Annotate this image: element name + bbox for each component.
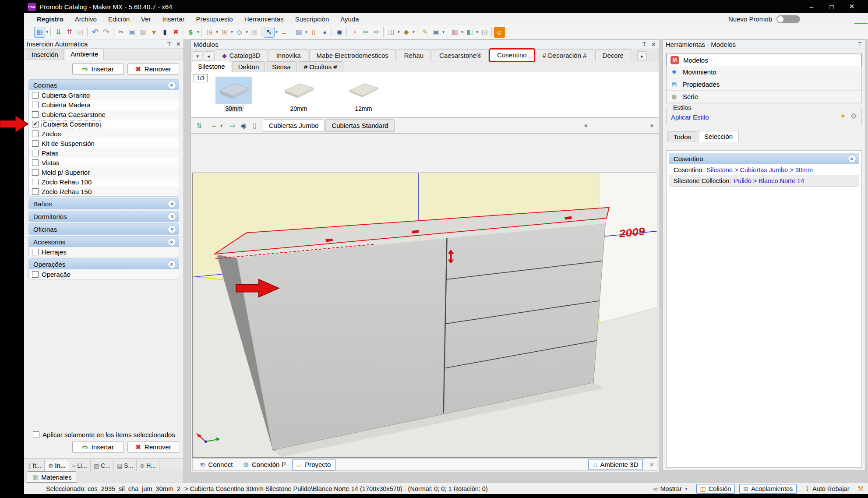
auto-rebajar-button[interactable]: ↧ Auto Rebajar <box>801 484 853 493</box>
tab-strip-menu-icon[interactable]: ▾ <box>193 51 202 61</box>
line-dropdown-icon[interactable]: ▾ <box>219 124 223 128</box>
cut-icon[interactable]: ✂ <box>116 27 127 38</box>
save-icon[interactable]: ▦ <box>34 27 45 38</box>
tab-caesarstone[interactable]: Caesarstone® <box>432 49 489 61</box>
tab-conexion-p[interactable]: ⊕Conexión P <box>239 459 290 470</box>
tab-dekton[interactable]: Dekton <box>232 61 265 72</box>
section-accesorios-header[interactable]: Accesorios « <box>29 237 179 247</box>
maximize-button[interactable]: □ <box>822 0 842 13</box>
minitab-it[interactable]: ∥It... <box>25 460 45 471</box>
checkbox-checked[interactable]: ✔ <box>32 121 39 127</box>
apply-only-selected-row[interactable]: Aplicar solamente en los items seleccion… <box>24 429 183 440</box>
nav-back-icon[interactable]: ⇦ <box>360 27 371 38</box>
camera-icon[interactable]: ▣ <box>430 27 441 38</box>
expand-icon[interactable]: « <box>168 200 176 208</box>
tab-ambiente[interactable]: Ambiente <box>65 49 104 60</box>
tab-catalog3d[interactable]: ◆Catalog3D <box>215 49 268 61</box>
checkbox[interactable] <box>32 131 39 137</box>
eye-icon[interactable]: ◉ <box>334 27 345 38</box>
tab-ambiente-3d[interactable]: ⌂Ambiente 3D <box>588 459 643 470</box>
view-3d-dropdown-icon[interactable]: ▾ <box>412 30 416 34</box>
camera-dropdown-icon[interactable]: ▾ <box>441 30 445 34</box>
item-cubierta-madera[interactable]: Cubierta Madera <box>29 100 179 109</box>
viewport-3d[interactable]: 2009 <box>192 173 657 458</box>
tab-innovika[interactable]: Innovika <box>269 49 308 61</box>
colision-button[interactable]: ◫ Colisión <box>696 484 735 494</box>
tab-cosentino[interactable]: Cosentino <box>490 49 534 61</box>
tab-ocultos[interactable]: # Ocultos # <box>298 61 343 72</box>
menu-ayuda[interactable]: Ayuda <box>335 13 364 25</box>
collapse-icon[interactable]: « <box>848 155 856 163</box>
hammer-icon[interactable]: ▼ <box>148 27 159 38</box>
paste-icon[interactable]: ▥ <box>138 27 148 38</box>
tab-decore[interactable]: Decore <box>595 49 631 61</box>
report-dropdown-icon[interactable]: ▾ <box>460 30 464 34</box>
item-cubierta-cosentino[interactable]: ✔Cubierta Cosentino <box>29 119 179 129</box>
checkbox[interactable] <box>32 188 39 195</box>
thumbnail-30mm[interactable]: 30mm <box>215 77 253 112</box>
thumbnail-12mm[interactable]: 12mm <box>345 77 382 112</box>
print-icon[interactable]: ▤ <box>75 27 86 38</box>
remover-button-top[interactable]: ✖ Remover <box>127 63 179 75</box>
nuevo-promob-toggle[interactable] <box>776 15 800 23</box>
mostrar-button[interactable]: ∞ Mostrar ▾ <box>649 484 692 493</box>
modules-lock-icon[interactable]: ▯ <box>249 120 260 131</box>
budget-dropdown-icon[interactable]: ▾ <box>196 30 200 34</box>
tab-connect[interactable]: ≋Connect <box>195 459 237 470</box>
item-operacao[interactable]: Operação <box>29 269 179 279</box>
section-dormitorios-header[interactable]: Dormitorios « <box>29 211 179 222</box>
close-icon[interactable]: ✕ <box>651 41 656 48</box>
checkbox[interactable] <box>32 92 39 99</box>
minitab-h[interactable]: ⊕H... <box>137 460 159 471</box>
nav-forward-icon[interactable]: ⇨ <box>371 27 382 38</box>
menu-registro[interactable]: Registro <box>31 13 69 25</box>
pin-icon[interactable]: ⊤ <box>857 41 862 48</box>
item-cubierta-granito[interactable]: Cubierta Granito <box>29 90 179 100</box>
tool-serie[interactable]: ▦Serie <box>667 91 861 103</box>
polygon-icon[interactable]: ◇ <box>234 27 245 38</box>
menu-ver[interactable]: Ver <box>135 13 157 25</box>
tab-decoracion[interactable]: # Decoración # <box>535 49 594 61</box>
checkbox[interactable] <box>32 169 39 176</box>
checkbox[interactable] <box>32 271 39 278</box>
tab-mabe[interactable]: Mabe Electrodomesticos <box>309 49 396 61</box>
redo-icon[interactable]: ↷ <box>101 27 112 38</box>
tab-insercion[interactable]: Inserción <box>26 49 64 60</box>
person-icon[interactable]: ● <box>319 27 330 38</box>
checkbox[interactable] <box>32 150 39 156</box>
section-cocinas-header[interactable]: Cocinas « <box>29 80 179 90</box>
cursor-icon[interactable]: ↖ <box>264 27 275 38</box>
orbit-icon[interactable]: ◔ <box>349 27 360 38</box>
tab-sensa[interactable]: Sensa <box>266 61 297 72</box>
paint-roller-icon[interactable]: ▮ <box>159 27 170 38</box>
collapse-icon[interactable]: « <box>168 81 176 89</box>
menu-edicion[interactable]: Edición <box>102 13 135 25</box>
close-icon[interactable]: ✕ <box>176 41 181 47</box>
door-icon[interactable]: ▯ <box>308 27 319 38</box>
close-view-icon[interactable]: ✕ <box>649 461 654 468</box>
tool-propiedades[interactable]: ▤Propiedades <box>667 78 861 91</box>
cosentino-style-header[interactable]: Cosentino « <box>669 153 859 164</box>
checkbox[interactable] <box>32 249 39 255</box>
cursor-dropdown-icon[interactable]: ▾ <box>275 30 279 34</box>
import-project-icon[interactable]: ⇊ <box>53 27 64 38</box>
search-icon[interactable]: ◉ <box>238 120 249 131</box>
expand-icon[interactable]: « <box>168 225 176 233</box>
tab-seleccion[interactable]: Selección <box>698 131 739 142</box>
view-3d-icon[interactable]: ◆ <box>401 27 412 38</box>
layers-dropdown-icon[interactable]: ▾ <box>304 30 308 34</box>
structure-icon[interactable]: ⊞ <box>219 27 230 38</box>
structure-dropdown-icon[interactable]: ▾ <box>230 30 234 34</box>
expand-icon[interactable]: « <box>168 212 176 221</box>
collapse-icon[interactable]: « <box>168 238 176 246</box>
tool-modelos[interactable]: MModelos <box>667 54 861 66</box>
view-window-icon[interactable]: ◫ <box>386 27 397 38</box>
save-dropdown-icon[interactable]: ▾ <box>45 30 49 34</box>
tab-todos[interactable]: Todos <box>667 131 697 142</box>
refresh-icon[interactable]: ⇅ <box>194 120 205 131</box>
report-icon[interactable]: ▥ <box>449 27 460 38</box>
section-oficinas-header[interactable]: Oficinas « <box>29 224 179 234</box>
checkbox[interactable] <box>32 159 39 166</box>
scroll-right-icon[interactable]: ► <box>649 122 655 129</box>
export-project-icon[interactable]: ⇈ <box>64 27 75 38</box>
